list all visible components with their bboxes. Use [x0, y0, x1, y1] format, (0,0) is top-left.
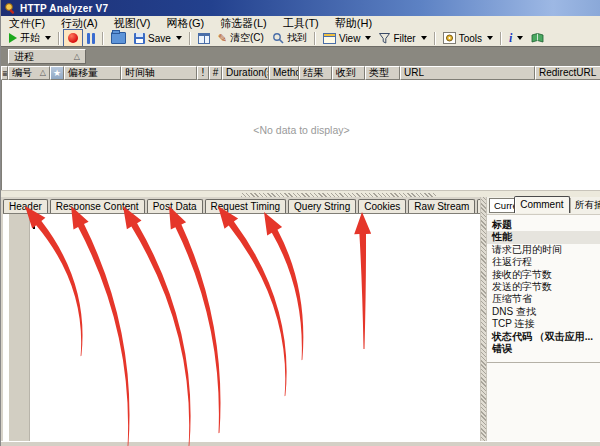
toolbar-separator [102, 32, 104, 45]
info-button[interactable]: i [505, 30, 527, 46]
detail-tab-strip: Header Response Content Post Data Reques… [3, 197, 480, 213]
row-errors: 错误 [487, 343, 600, 355]
column-header-grip[interactable]: ≣ [1, 66, 8, 80]
save-label: Save [148, 33, 171, 44]
row-compression-saving: 压缩节省 [487, 293, 600, 305]
column-header-method[interactable]: Method [269, 66, 299, 80]
pause-icon [87, 33, 95, 44]
timing-panel: Current Process 所有捕捉 标题 性能 请求已用的时间 往返行程 … [487, 197, 600, 446]
tab-request-timing[interactable]: Request Timing [205, 199, 286, 213]
row-request-elapsed: 请求已用的时间 [487, 244, 600, 256]
play-icon [9, 33, 17, 43]
tab-raw-stream[interactable]: Raw Stream [408, 199, 475, 213]
row-bytes-received: 接收的字节数 [487, 269, 600, 281]
floppy-disk-icon [134, 33, 145, 44]
comment-editor[interactable] [3, 213, 480, 446]
menu-grid[interactable]: 网格(G) [158, 16, 212, 30]
toolbar-separator [189, 32, 191, 45]
menu-file[interactable]: 文件(F) [1, 16, 53, 30]
filter-label: Filter [393, 33, 415, 44]
tab-cookies[interactable]: Cookies [358, 199, 406, 213]
column-header-result[interactable]: 结果 [299, 66, 332, 80]
clear-button[interactable]: ✎ 清空(C) [214, 30, 268, 46]
open-button[interactable] [107, 30, 130, 46]
menu-action[interactable]: 行动(A) [53, 16, 106, 30]
menu-filter[interactable]: 筛选器(L) [212, 16, 274, 30]
tab-all-captures[interactable]: 所有捕捉 [570, 198, 600, 213]
column-header-star[interactable]: ★ [50, 66, 64, 80]
column-header-url[interactable]: URL [400, 66, 535, 80]
detail-pane: Header Response Content Post Data Reques… [1, 197, 480, 446]
view-label: View [339, 33, 361, 44]
clear-label: 清空(C) [230, 31, 264, 45]
column-header-type[interactable]: 类型 [365, 66, 400, 80]
sort-asc-icon: △ [40, 69, 46, 77]
pause-button[interactable] [83, 30, 99, 46]
toolbar-separator [314, 32, 316, 45]
column-header-offset[interactable]: 偏移量 [64, 66, 121, 80]
record-icon [68, 33, 78, 43]
tab-header[interactable]: Header [3, 199, 48, 213]
filter-button[interactable]: Filter [375, 30, 430, 46]
dropdown-arrow-icon[interactable] [176, 36, 182, 40]
row-status-code: 状态代码 （双击应用... [487, 331, 600, 343]
column-header-row: ≣ 编号△ ★ 偏移量 时间轴 ! # Duration(s) Method 结… [1, 66, 600, 80]
dropdown-arrow-icon[interactable] [487, 36, 493, 40]
magnifier-icon [272, 32, 284, 44]
dropdown-arrow-icon[interactable] [365, 36, 371, 40]
book-icon [531, 33, 544, 43]
column-header-duration[interactable]: Duration(s) [222, 66, 269, 80]
group-process-button[interactable]: 进程 △ [8, 49, 86, 64]
tab-response-content[interactable]: Response Content [50, 199, 145, 213]
no-data-text: <No data to display> [2, 124, 600, 136]
vertical-splitter[interactable] [480, 197, 487, 446]
tools-button[interactable]: Tools [439, 30, 497, 46]
text-cursor [33, 216, 35, 229]
toolbar-separator [434, 32, 436, 45]
title-bar[interactable]: HTTP Analyzer V7 [1, 0, 600, 16]
dropdown-arrow-icon[interactable] [421, 36, 427, 40]
column-header-number[interactable]: 编号△ [8, 66, 50, 80]
window-title: HTTP Analyzer V7 [20, 3, 108, 14]
brush-icon: ✎ [218, 33, 227, 44]
grid-icon [198, 33, 210, 44]
star-icon: ★ [53, 68, 61, 78]
detail-view-button[interactable] [194, 30, 214, 46]
find-button[interactable]: 找到 [268, 30, 311, 46]
tab-query-string[interactable]: Query String [288, 199, 356, 213]
help-book-button[interactable] [527, 30, 548, 46]
gear-icon [443, 32, 456, 44]
column-header-redirect-url[interactable]: RedirectURL [535, 66, 600, 80]
start-button[interactable]: 开始 [5, 30, 55, 46]
column-header-received[interactable]: 收到 [332, 66, 365, 80]
app-window: HTTP Analyzer V7 文件(F) 行动(A) 视图(V) 网格(G)… [0, 0, 600, 446]
menu-tools[interactable]: 工具(T) [275, 16, 327, 30]
tab-comment[interactable]: Comment [514, 196, 569, 213]
row-bytes-sent: 发送的字节数 [487, 281, 600, 293]
column-header-timeline[interactable]: 时间轴 [121, 66, 197, 80]
dropdown-arrow-icon[interactable] [45, 36, 51, 40]
start-label: 开始 [20, 31, 40, 45]
toolbar: 开始 Save ✎ 清空(C) [1, 30, 600, 46]
record-button[interactable] [63, 29, 83, 47]
save-button[interactable]: Save [130, 30, 186, 46]
menu-help[interactable]: 帮助(H) [327, 16, 380, 30]
window-bottom-frame [1, 441, 600, 446]
view-button[interactable]: View [319, 30, 376, 46]
info-icon: i [509, 32, 512, 44]
tab-post-data[interactable]: Post Data [147, 199, 203, 213]
menu-bar: 文件(F) 行动(A) 视图(V) 网格(G) 筛选器(L) 工具(T) 帮助(… [1, 16, 600, 30]
editor-gutter [9, 214, 30, 446]
toolbar-separator [500, 32, 502, 45]
row-title: 标题 [487, 219, 600, 231]
app-logo-icon [4, 2, 16, 14]
row-dns-lookup: DNS 查找 [487, 306, 600, 318]
group-by-bar: 进程 △ [1, 46, 600, 66]
column-header-count[interactable]: # [209, 66, 222, 80]
timing-rows: 标题 性能 请求已用的时间 往返行程 接收的字节数 发送的字节数 压缩节省 DN… [487, 215, 600, 363]
request-list-area[interactable]: <No data to display> [1, 80, 600, 190]
column-header-alert[interactable]: ! [197, 66, 209, 80]
dropdown-arrow-icon[interactable] [517, 36, 523, 40]
menu-view[interactable]: 视图(V) [106, 16, 159, 30]
row-tcp-connect: TCP 连接 [487, 318, 600, 330]
